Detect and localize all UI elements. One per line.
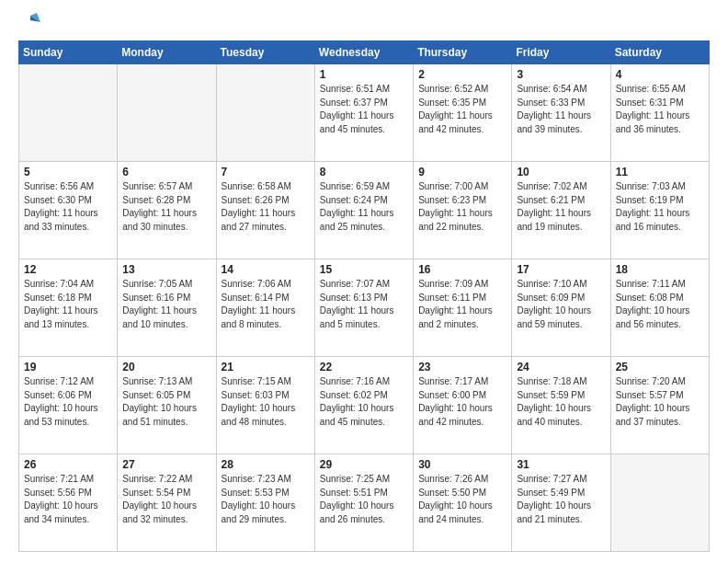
day-info-10: Sunrise: 7:02 AM Sunset: 6:21 PM Dayligh…: [517, 181, 591, 232]
empty-cell: [118, 64, 216, 162]
day-number-9: 9: [418, 166, 506, 178]
day-number-10: 10: [517, 166, 605, 178]
day-info-24: Sunrise: 7:18 AM Sunset: 5:59 PM Dayligh…: [517, 376, 591, 427]
weekday-header-thursday: Thursday: [414, 41, 512, 64]
day-number-20: 20: [122, 361, 210, 373]
day-info-21: Sunrise: 7:15 AM Sunset: 6:03 PM Dayligh…: [222, 376, 296, 427]
day-number-30: 30: [418, 458, 506, 471]
day-cell-28: 28Sunrise: 7:23 AM Sunset: 5:53 PM Dayli…: [216, 454, 314, 552]
day-cell-7: 7Sunrise: 6:58 AM Sunset: 6:26 PM Daylig…: [216, 162, 314, 259]
day-number-17: 17: [517, 263, 605, 276]
day-number-5: 5: [24, 166, 112, 178]
day-cell-26: 26Sunrise: 7:21 AM Sunset: 5:56 PM Dayli…: [19, 454, 118, 552]
day-number-3: 3: [517, 68, 605, 81]
day-cell-18: 18Sunrise: 7:11 AM Sunset: 6:08 PM Dayli…: [610, 259, 709, 357]
day-cell-17: 17Sunrise: 7:10 AM Sunset: 6:09 PM Dayli…: [512, 259, 610, 357]
day-info-27: Sunrise: 7:22 AM Sunset: 5:54 PM Dayligh…: [122, 474, 197, 524]
day-number-21: 21: [222, 361, 310, 373]
day-info-11: Sunrise: 7:03 AM Sunset: 6:19 PM Dayligh…: [616, 181, 690, 232]
day-cell-2: 2Sunrise: 6:52 AM Sunset: 6:35 PM Daylig…: [414, 64, 512, 162]
day-cell-19: 19Sunrise: 7:12 AM Sunset: 6:06 PM Dayli…: [19, 357, 118, 454]
day-number-18: 18: [616, 263, 704, 276]
day-number-28: 28: [222, 458, 310, 471]
day-cell-5: 5Sunrise: 6:56 AM Sunset: 6:30 PM Daylig…: [19, 162, 118, 259]
day-cell-15: 15Sunrise: 7:07 AM Sunset: 6:13 PM Dayli…: [314, 259, 413, 357]
day-number-11: 11: [616, 166, 704, 178]
day-number-4: 4: [616, 68, 704, 81]
weekday-header-wednesday: Wednesday: [314, 41, 413, 64]
day-number-27: 27: [122, 458, 210, 471]
day-info-13: Sunrise: 7:05 AM Sunset: 6:16 PM Dayligh…: [122, 279, 197, 329]
day-info-17: Sunrise: 7:10 AM Sunset: 6:09 PM Dayligh…: [517, 279, 591, 329]
day-cell-6: 6Sunrise: 6:57 AM Sunset: 6:28 PM Daylig…: [118, 162, 216, 259]
day-info-6: Sunrise: 6:57 AM Sunset: 6:28 PM Dayligh…: [122, 181, 197, 232]
day-number-6: 6: [122, 166, 210, 178]
day-info-18: Sunrise: 7:11 AM Sunset: 6:08 PM Dayligh…: [616, 279, 690, 329]
day-number-26: 26: [24, 458, 112, 471]
empty-cell: [610, 454, 709, 552]
weekday-header-sunday: Sunday: [19, 41, 118, 64]
day-info-1: Sunrise: 6:51 AM Sunset: 6:37 PM Dayligh…: [320, 84, 394, 134]
week-row-5: 26Sunrise: 7:21 AM Sunset: 5:56 PM Dayli…: [19, 454, 710, 552]
day-number-22: 22: [320, 361, 408, 373]
day-info-20: Sunrise: 7:13 AM Sunset: 6:05 PM Dayligh…: [122, 376, 197, 427]
day-number-14: 14: [222, 263, 310, 276]
calendar-table: SundayMondayTuesdayWednesdayThursdayFrid…: [18, 40, 710, 552]
day-cell-22: 22Sunrise: 7:16 AM Sunset: 6:02 PM Dayli…: [314, 357, 413, 454]
day-cell-29: 29Sunrise: 7:25 AM Sunset: 5:51 PM Dayli…: [314, 454, 413, 552]
day-info-3: Sunrise: 6:54 AM Sunset: 6:33 PM Dayligh…: [517, 84, 591, 134]
day-number-25: 25: [616, 361, 704, 373]
day-number-1: 1: [320, 68, 408, 81]
day-info-7: Sunrise: 6:58 AM Sunset: 6:26 PM Dayligh…: [222, 181, 296, 232]
day-cell-12: 12Sunrise: 7:04 AM Sunset: 6:18 PM Dayli…: [19, 259, 118, 357]
day-number-24: 24: [517, 361, 605, 373]
day-cell-14: 14Sunrise: 7:06 AM Sunset: 6:14 PM Dayli…: [216, 259, 314, 357]
day-cell-20: 20Sunrise: 7:13 AM Sunset: 6:05 PM Dayli…: [118, 357, 216, 454]
day-cell-25: 25Sunrise: 7:20 AM Sunset: 5:57 PM Dayli…: [610, 357, 709, 454]
week-row-4: 19Sunrise: 7:12 AM Sunset: 6:06 PM Dayli…: [19, 357, 710, 454]
day-cell-11: 11Sunrise: 7:03 AM Sunset: 6:19 PM Dayli…: [610, 162, 709, 259]
day-info-23: Sunrise: 7:17 AM Sunset: 6:00 PM Dayligh…: [418, 376, 493, 427]
day-info-29: Sunrise: 7:25 AM Sunset: 5:51 PM Dayligh…: [320, 474, 394, 524]
day-number-16: 16: [418, 263, 506, 276]
day-cell-31: 31Sunrise: 7:27 AM Sunset: 5:49 PM Dayli…: [512, 454, 610, 552]
logo: [18, 15, 40, 31]
day-info-19: Sunrise: 7:12 AM Sunset: 6:06 PM Dayligh…: [24, 376, 98, 427]
empty-cell: [19, 64, 118, 162]
day-number-15: 15: [320, 263, 408, 276]
week-row-1: 1Sunrise: 6:51 AM Sunset: 6:37 PM Daylig…: [19, 64, 710, 162]
page: SundayMondayTuesdayWednesdayThursdayFrid…: [0, 0, 728, 563]
day-number-12: 12: [24, 263, 112, 276]
day-info-4: Sunrise: 6:55 AM Sunset: 6:31 PM Dayligh…: [616, 84, 690, 134]
day-cell-21: 21Sunrise: 7:15 AM Sunset: 6:03 PM Dayli…: [216, 357, 314, 454]
day-info-12: Sunrise: 7:04 AM Sunset: 6:18 PM Dayligh…: [24, 279, 98, 329]
day-info-2: Sunrise: 6:52 AM Sunset: 6:35 PM Dayligh…: [418, 84, 493, 134]
day-info-25: Sunrise: 7:20 AM Sunset: 5:57 PM Dayligh…: [616, 376, 690, 427]
logo-bird-icon: [20, 13, 40, 33]
day-cell-16: 16Sunrise: 7:09 AM Sunset: 6:11 PM Dayli…: [414, 259, 512, 357]
day-cell-23: 23Sunrise: 7:17 AM Sunset: 6:00 PM Dayli…: [414, 357, 512, 454]
header: [18, 15, 710, 31]
day-number-2: 2: [418, 68, 506, 81]
weekday-header-tuesday: Tuesday: [216, 41, 314, 64]
week-row-2: 5Sunrise: 6:56 AM Sunset: 6:30 PM Daylig…: [19, 162, 710, 259]
weekday-header-saturday: Saturday: [610, 41, 709, 64]
day-info-30: Sunrise: 7:26 AM Sunset: 5:50 PM Dayligh…: [418, 474, 493, 524]
day-number-23: 23: [418, 361, 506, 373]
weekday-header-friday: Friday: [512, 41, 610, 64]
day-info-5: Sunrise: 6:56 AM Sunset: 6:30 PM Dayligh…: [24, 181, 98, 232]
day-cell-27: 27Sunrise: 7:22 AM Sunset: 5:54 PM Dayli…: [118, 454, 216, 552]
weekday-header-row: SundayMondayTuesdayWednesdayThursdayFrid…: [19, 41, 710, 64]
day-info-26: Sunrise: 7:21 AM Sunset: 5:56 PM Dayligh…: [24, 474, 98, 524]
day-info-28: Sunrise: 7:23 AM Sunset: 5:53 PM Dayligh…: [222, 474, 296, 524]
day-cell-24: 24Sunrise: 7:18 AM Sunset: 5:59 PM Dayli…: [512, 357, 610, 454]
day-number-31: 31: [517, 458, 605, 471]
day-cell-9: 9Sunrise: 7:00 AM Sunset: 6:23 PM Daylig…: [414, 162, 512, 259]
day-number-7: 7: [222, 166, 310, 178]
day-cell-1: 1Sunrise: 6:51 AM Sunset: 6:37 PM Daylig…: [314, 64, 413, 162]
day-number-8: 8: [320, 166, 408, 178]
day-cell-10: 10Sunrise: 7:02 AM Sunset: 6:21 PM Dayli…: [512, 162, 610, 259]
day-number-29: 29: [320, 458, 408, 471]
day-cell-8: 8Sunrise: 6:59 AM Sunset: 6:24 PM Daylig…: [314, 162, 413, 259]
day-info-15: Sunrise: 7:07 AM Sunset: 6:13 PM Dayligh…: [320, 279, 394, 329]
